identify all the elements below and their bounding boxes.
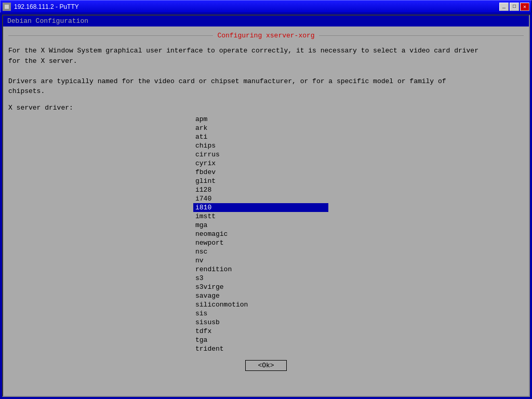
desc-line4: chipsets. xyxy=(8,87,45,95)
window-controls: _ □ ✕ xyxy=(499,3,529,11)
list-item[interactable]: cyrix xyxy=(193,159,328,168)
list-item[interactable]: ati xyxy=(193,132,328,141)
list-item[interactable]: rendition xyxy=(193,265,328,274)
ok-button[interactable]: <Ok> xyxy=(245,360,287,371)
list-item[interactable]: savage xyxy=(193,291,328,300)
list-item[interactable]: mga xyxy=(193,221,328,230)
window-title: 192.168.111.2 - PuTTY xyxy=(14,3,79,10)
list-item[interactable]: tga xyxy=(193,336,328,344)
list-item[interactable]: cirrus xyxy=(193,150,328,159)
list-wrapper: apmarkatichipscirruscyrixfbdevglinti128i… xyxy=(193,115,339,354)
list-item[interactable]: imstt xyxy=(193,212,328,221)
description: For the X Window System graphical user i… xyxy=(8,46,524,97)
list-item[interactable]: s3 xyxy=(193,274,328,283)
driver-list[interactable]: apmarkatichipscirruscyrixfbdevglinti128i… xyxy=(193,115,328,354)
close-button[interactable]: ✕ xyxy=(520,3,529,11)
list-item[interactable]: trident xyxy=(193,344,328,353)
list-item[interactable]: tseng xyxy=(193,353,328,354)
debian-header: Debian Configuration xyxy=(3,16,529,26)
list-item[interactable]: neomagic xyxy=(193,230,328,238)
dialog-title: Configuring xserver-xorg xyxy=(213,32,318,39)
list-container: apmarkatichipscirruscyrixfbdevglinti128i… xyxy=(8,115,524,354)
list-item[interactable]: tdfx xyxy=(193,327,328,336)
list-item[interactable]: ark xyxy=(193,124,328,132)
list-item[interactable]: nsc xyxy=(193,247,328,256)
dialog-title-container: Configuring xserver-xorg xyxy=(8,32,524,39)
title-bar: 192.168.111.2 - PuTTY _ □ ✕ xyxy=(0,0,532,12)
desc-line1: For the X Window System graphical user i… xyxy=(8,47,478,55)
button-row: <Ok> xyxy=(8,360,524,371)
desc-line3: Drivers are typically named for the vide… xyxy=(8,77,446,85)
driver-label: X server driver: xyxy=(8,104,524,112)
svg-rect-1 xyxy=(5,5,9,9)
dialog-title-line-left xyxy=(8,35,213,36)
putty-icon xyxy=(3,3,11,11)
list-item[interactable]: chips xyxy=(193,141,328,150)
list-item[interactable]: glint xyxy=(193,177,328,185)
list-item[interactable]: i810 xyxy=(193,203,328,212)
content-area: Debian Configuration Configuring xserver… xyxy=(2,15,530,397)
dialog-area: Configuring xserver-xorg For the X Windo… xyxy=(3,26,529,396)
maximize-button[interactable]: □ xyxy=(510,3,519,11)
list-item[interactable]: newport xyxy=(193,238,328,247)
list-item[interactable]: i740 xyxy=(193,194,328,203)
list-item[interactable]: siliconmotion xyxy=(193,300,328,309)
dialog-title-line-right xyxy=(319,35,524,36)
list-item[interactable]: sis xyxy=(193,309,328,318)
list-item[interactable]: apm xyxy=(193,115,328,124)
title-bar-left: 192.168.111.2 - PuTTY xyxy=(3,3,79,11)
list-item[interactable]: sisusb xyxy=(193,318,328,327)
minimize-button[interactable]: _ xyxy=(499,3,509,11)
list-item[interactable]: s3virge xyxy=(193,283,328,291)
list-item[interactable]: fbdev xyxy=(193,168,328,177)
main-window: Debian Configuration Configuring xserver… xyxy=(0,12,532,399)
list-item[interactable]: i128 xyxy=(193,185,328,194)
list-item[interactable]: nv xyxy=(193,256,328,265)
desc-line2: for the X server. xyxy=(8,57,77,65)
